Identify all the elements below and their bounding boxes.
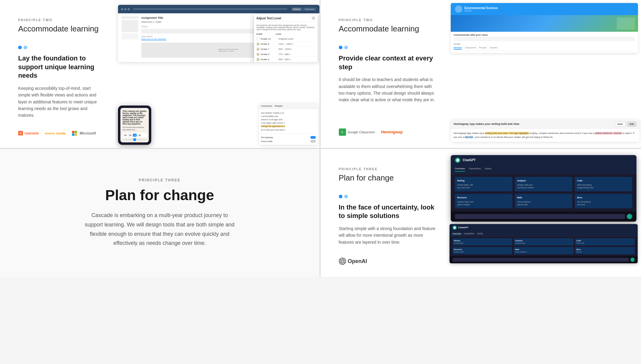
chatgpt-nav-capabilities[interactable]: Capabilities — [469, 167, 481, 172]
immersive-controls: Text spacing Focus mode — [259, 134, 318, 145]
env-science-mock: Environmental Science Section Communicat… — [451, 3, 638, 53]
chatgpt-card-5: Math Solve problemsstep by step — [515, 194, 572, 208]
env-body: Communicate with your class 16 Mar Strea… — [451, 32, 638, 53]
immersive-body: sive Reader creates a re s accessibility… — [259, 109, 318, 134]
tl-section-body: Keeping accessibility top-of-mind, start… — [18, 85, 103, 119]
hemingway-header: Hemingway App makes your writing bold an… — [451, 120, 640, 129]
hemingway-title: Hemingway App makes your writing bold an… — [454, 122, 520, 125]
hemingway-highlight-1: writing bold and clear. The app highligh… — [485, 132, 529, 135]
chatgpt-sm-title: ChatGPT — [458, 226, 469, 229]
chatgpt-sm-card-5: Math Solve problems — [514, 247, 574, 254]
newsela-icon: n — [18, 131, 23, 135]
toggle-on[interactable] — [310, 136, 316, 139]
logo-hemingway: Hemingway — [381, 130, 403, 134]
chatgpt-mock-2: ChatGPT Overview Capabilities Safety Wri… — [450, 224, 638, 263]
bl-principle-label: PRINCIPLE THREE — [84, 178, 235, 182]
chatgpt-sm-card-3: Code Write code — [575, 238, 635, 245]
phone-btn-aa[interactable]: Aa — [123, 134, 127, 137]
chatgpt-card-3: Code Write and debugprogramming code — [575, 177, 632, 191]
quadrant-top-left: PRINCIPLE TWO Accommodate learning Lay t… — [0, 0, 321, 149]
chatgpt-send-btn[interactable]: ↑ — [627, 214, 632, 219]
chatgpt-input[interactable] — [455, 214, 625, 219]
modal-lock-grade9[interactable]: 🔒 — [257, 42, 260, 45]
modal-lock-grade5[interactable]: 🔒 — [257, 53, 260, 56]
br-image-panel: ChatGPT Overview Capabilities Safety Wri… — [448, 149, 641, 277]
br-principle-title: Plan for change — [339, 173, 436, 183]
quadrant-bottom-right: PRINCIPLE THREE Plan for change In the f… — [321, 149, 641, 277]
chatgpt-sm-overview[interactable]: Overview — [453, 232, 461, 235]
env-date: 16 Mar — [454, 43, 635, 45]
tr-section-heading: Provide clear context at every step — [339, 54, 436, 71]
modal-lock-grade7[interactable]: 🔒 — [257, 47, 260, 50]
chatgpt-card-1: Writing Create drafts, edittext, and mor… — [455, 177, 512, 191]
tr-text-panel: PRINCIPLE TWO Accommodate learning Provi… — [321, 0, 448, 148]
hemingway-highlight-2: yellow sentence, shorten — [595, 132, 622, 135]
microsoft-icon — [72, 131, 77, 136]
chatgpt-sm-logo — [453, 226, 457, 230]
tr-dot-indicators — [339, 46, 436, 49]
env-tab-stream[interactable]: Stream — [454, 46, 462, 50]
chatgpt-sm-card-1: Writing Create drafts — [453, 238, 512, 245]
chatgpt-sm-capabilities[interactable]: Capabilities — [464, 232, 475, 235]
immersive-control-1: Text spacing — [261, 135, 316, 139]
env-tab-classwork[interactable]: Classwork — [465, 46, 476, 50]
chatgpt-sm-input-area: ↑ — [450, 256, 638, 263]
phone-slider-thumb[interactable] — [133, 138, 136, 141]
chatgpt-sm-card-2: Analysis Analyze data — [514, 238, 574, 245]
env-banner — [451, 15, 638, 32]
immersive-header: Immersive Reader — [259, 103, 318, 109]
phone-btn-font[interactable]: Aa — [128, 134, 132, 137]
tl-dot-1 — [18, 46, 22, 49]
tr-dot-1 — [339, 46, 342, 49]
chatgpt-body-1: Writing Create drafts, edittext, and mor… — [451, 174, 637, 211]
quadrant-top-right: PRINCIPLE TWO Accommodate learning Provi… — [321, 0, 641, 149]
chatgpt-title-1: ChatGPT — [463, 158, 476, 162]
chatgpt-logo-1 — [455, 158, 460, 163]
toggle-off[interactable] — [310, 140, 316, 143]
openai-text: OpenAI — [348, 258, 367, 265]
openai-logo: OpenAI — [339, 258, 367, 265]
hemingway-edit-btn[interactable]: Edit — [627, 122, 636, 127]
logo-kindle: amazon kindle — [45, 132, 66, 135]
google-classroom-icon: c — [339, 128, 346, 136]
env-tab-people[interactable]: People — [479, 46, 487, 50]
chatgpt-nav-safety[interactable]: Safety — [485, 167, 492, 172]
tl-text-panel: PRINCIPLE TWO Accommodate learning Lay t… — [0, 0, 115, 148]
chatgpt-header-1: ChatGPT — [451, 155, 637, 165]
immersive-highlight: change the appearance o — [261, 125, 285, 127]
chatgpt-sm-safety[interactable]: Safety — [477, 232, 483, 235]
modal-title: Adjust Text Level — [257, 17, 281, 20]
modal-lock-grade12[interactable] — [257, 37, 260, 40]
env-input[interactable] — [454, 37, 635, 41]
hemingway-text-2: lengthy, complex sentences and common er… — [529, 132, 595, 135]
chatgpt-sm-header: ChatGPT — [450, 224, 638, 231]
chatgpt-sm-input[interactable] — [453, 258, 629, 262]
logo-openai: OpenAI — [339, 258, 367, 265]
immersive-control-2: Focus mode — [261, 139, 316, 143]
tr-principle-label: PRINCIPLE TWO — [339, 18, 436, 22]
env-decoration — [617, 18, 635, 30]
phone-controls: Aa Aa Aa Aa — [123, 133, 147, 138]
br-dot-indicators — [339, 195, 436, 198]
chatgpt-nav-overview[interactable]: Overview — [455, 167, 465, 172]
modal-lock-grade3[interactable]: 🔒 — [257, 58, 260, 61]
phone-btn-active[interactable]: Aa — [133, 134, 137, 137]
tr-logos: c Google Classroom Hemingway — [339, 128, 436, 136]
modal-description: All students will receive this assignmen… — [257, 24, 315, 31]
newsela-label: newsela — [25, 131, 39, 135]
chatgpt-card-4: Research Explore topics andgather insigh… — [455, 194, 512, 208]
chatgpt-card-6: More See all featuresand tools — [575, 194, 632, 208]
phone-slider[interactable] — [123, 139, 147, 140]
chatgpt-sm-send-btn[interactable]: ↑ — [630, 258, 635, 262]
hemingway-write-btn[interactable]: Write — [615, 122, 626, 127]
hemingway-body: Hemingway App makes your writing bold an… — [451, 129, 640, 142]
env-stream-tabs: Stream Classwork People Grades — [454, 46, 635, 51]
phone-btn-palette[interactable]: Aa — [138, 134, 142, 137]
bl-section-heading: Plan for change — [84, 186, 235, 205]
env-communicate: Communicate with your class — [454, 34, 635, 36]
immersive-reader-mock: Immersive Reader sive Reader creates a r… — [259, 103, 318, 145]
br-dot-1 — [339, 195, 342, 198]
env-tab-grades[interactable]: Grades — [489, 46, 497, 50]
modal-close-btn[interactable]: × — [312, 16, 315, 20]
br-logos: OpenAI — [339, 258, 436, 265]
